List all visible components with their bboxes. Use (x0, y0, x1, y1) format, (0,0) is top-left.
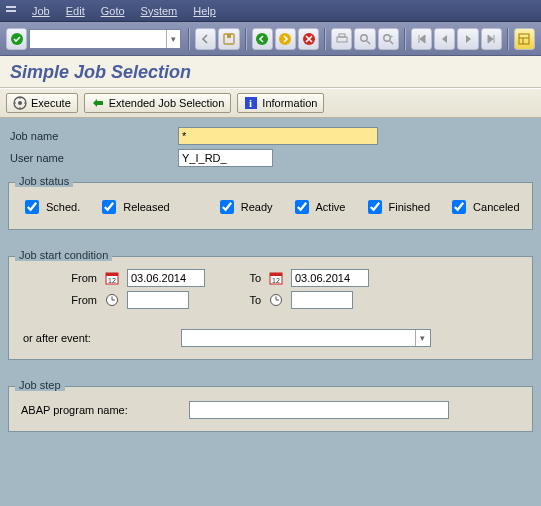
execute-label: Execute (31, 97, 71, 109)
calendar-icon[interactable]: 12 (267, 269, 285, 287)
from-time-label: From (23, 294, 103, 306)
job-name-label: Job name (8, 130, 178, 142)
released-checkbox[interactable]: Released (98, 197, 169, 217)
ready-checkbox[interactable]: Ready (216, 197, 273, 217)
to-time-label: To (227, 294, 267, 306)
enter-button[interactable] (6, 28, 27, 50)
extended-label: Extended Job Selection (109, 97, 225, 109)
svg-rect-25 (106, 273, 118, 276)
after-event-label: or after event: (23, 332, 173, 344)
command-input[interactable] (30, 30, 165, 48)
toolbar: ▾ + (0, 22, 541, 56)
svg-point-3 (256, 33, 268, 45)
menu-edit[interactable]: Edit (58, 3, 93, 19)
to-date-label: To (227, 272, 267, 284)
page-title: Simple Job Selection (10, 62, 531, 83)
separator (245, 28, 247, 50)
user-name-row: User name (8, 148, 533, 168)
information-button[interactable]: i Information (237, 93, 324, 113)
event-input[interactable] (182, 330, 415, 346)
event-dropdown-icon[interactable]: ▾ (415, 330, 430, 346)
svg-text:+: + (390, 33, 394, 39)
first-page-icon[interactable] (411, 28, 432, 50)
exit-icon[interactable] (275, 28, 296, 50)
user-name-input[interactable] (178, 149, 273, 167)
next-page-icon[interactable] (457, 28, 478, 50)
active-checkbox[interactable]: Active (291, 197, 346, 217)
to-time-input[interactable] (291, 291, 353, 309)
from-time-input[interactable] (127, 291, 189, 309)
job-name-row: Job name (8, 126, 533, 146)
title-area: Simple Job Selection (0, 56, 541, 88)
command-dropdown-icon[interactable]: ▾ (166, 30, 180, 48)
extended-selection-button[interactable]: Extended Job Selection (84, 93, 232, 113)
svg-point-8 (361, 34, 367, 40)
svg-text:12: 12 (272, 277, 280, 284)
event-input-wrapper[interactable]: ▾ (181, 329, 431, 347)
svg-rect-7 (339, 34, 345, 37)
execute-button[interactable]: Execute (6, 93, 78, 113)
abap-program-label: ABAP program name: (21, 404, 181, 416)
finished-checkbox[interactable]: Finished (364, 197, 431, 217)
clock-icon[interactable] (267, 291, 285, 309)
info-label: Information (262, 97, 317, 109)
application-toolbar: Execute Extended Job Selection i Informa… (0, 88, 541, 118)
prev-page-icon[interactable] (434, 28, 455, 50)
job-name-input[interactable] (178, 127, 378, 145)
clock-icon[interactable] (103, 291, 121, 309)
job-step-group: Job step ABAP program name: (8, 386, 533, 432)
status-row: Sched. Released Ready Active Finished Ca… (19, 193, 522, 217)
content-area: Job name User name Job status Sched. Rel… (0, 118, 541, 506)
menu-job[interactable]: Job (24, 3, 58, 19)
from-date-input[interactable] (127, 269, 205, 287)
svg-point-17 (18, 101, 22, 105)
separator (324, 28, 326, 50)
sched-checkbox[interactable]: Sched. (21, 197, 80, 217)
separator (404, 28, 406, 50)
menu-bar: Job Edit Goto System Help (0, 0, 541, 22)
info-icon: i (244, 96, 258, 110)
job-start-condition-group: Job start condition From 12 To 12 From T… (8, 256, 533, 360)
after-event-row: or after event: ▾ (19, 329, 522, 347)
job-step-legend: Job step (15, 379, 65, 391)
menu-help[interactable]: Help (185, 3, 224, 19)
extended-icon (91, 96, 105, 110)
condition-grid: From 12 To 12 From To (19, 267, 522, 311)
layout-menu-icon[interactable] (514, 28, 535, 50)
last-page-icon[interactable] (481, 28, 502, 50)
find-next-icon[interactable]: + (378, 28, 399, 50)
back-local-icon[interactable] (195, 28, 216, 50)
separator (188, 28, 190, 50)
svg-rect-2 (227, 34, 231, 38)
menu-system[interactable]: System (133, 3, 186, 19)
execute-icon (13, 96, 27, 110)
from-date-label: From (23, 272, 103, 284)
svg-line-11 (390, 41, 393, 44)
job-status-legend: Job status (15, 175, 73, 187)
calendar-icon[interactable]: 12 (103, 269, 121, 287)
job-start-condition-legend: Job start condition (15, 249, 112, 261)
svg-point-4 (279, 33, 291, 45)
svg-rect-13 (519, 34, 529, 44)
abap-program-input[interactable] (189, 401, 449, 419)
find-icon[interactable] (354, 28, 375, 50)
svg-line-9 (367, 41, 370, 44)
back-icon[interactable] (252, 28, 273, 50)
cancel-icon[interactable] (298, 28, 319, 50)
window-menu-icon[interactable] (4, 4, 18, 18)
separator (507, 28, 509, 50)
save-icon[interactable] (218, 28, 239, 50)
command-field[interactable]: ▾ (29, 29, 181, 49)
svg-text:12: 12 (108, 277, 116, 284)
svg-text:i: i (249, 97, 252, 109)
menu-goto[interactable]: Goto (93, 3, 133, 19)
to-date-input[interactable] (291, 269, 369, 287)
job-status-group: Job status Sched. Released Ready Active … (8, 182, 533, 230)
abap-row: ABAP program name: (19, 397, 522, 419)
svg-rect-6 (337, 37, 347, 42)
svg-rect-28 (270, 273, 282, 276)
canceled-checkbox[interactable]: Canceled (448, 197, 519, 217)
print-icon[interactable] (331, 28, 352, 50)
user-name-label: User name (8, 152, 178, 164)
